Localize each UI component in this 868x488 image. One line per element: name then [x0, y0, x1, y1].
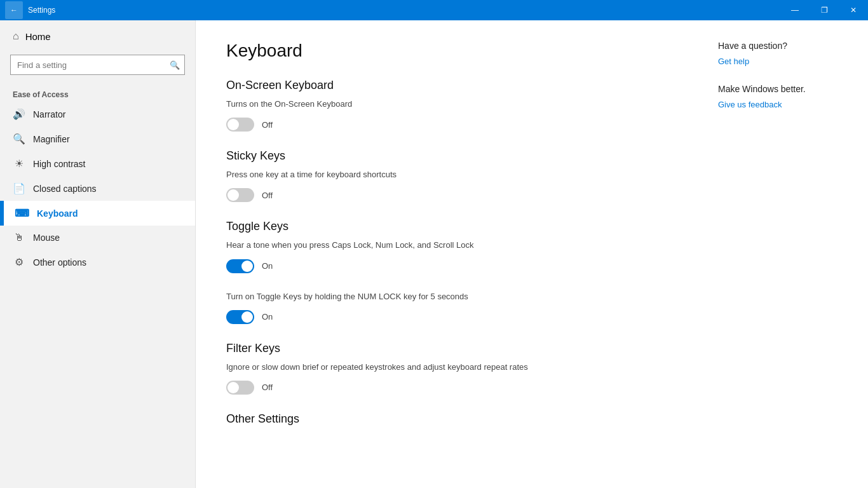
title-bar: ← Settings — ❐ ✕	[0, 0, 868, 20]
other-options-label: Other options	[33, 257, 86, 268]
filter-keys-section: Filter Keys Ignore or slow down brief or…	[226, 342, 672, 395]
toggle-keys-title: Toggle Keys	[226, 220, 672, 233]
sidebar-item-mouse[interactable]: 🖱 Mouse	[0, 226, 195, 250]
sidebar-section-label: Ease of Access	[0, 85, 195, 102]
on-screen-keyboard-section: On-Screen Keyboard Turns on the On-Scree…	[226, 79, 672, 132]
on-screen-keyboard-toggle[interactable]	[226, 118, 254, 132]
narrator-label: Narrator	[33, 109, 65, 119]
magnifier-icon: 🔍	[13, 133, 25, 145]
filter-keys-toggle[interactable]	[226, 381, 254, 395]
title-bar-left: ← Settings	[5, 1, 55, 19]
help-section: Have a question? Get help	[718, 41, 853, 66]
app-title: Settings	[28, 6, 55, 15]
search-icon: 🔍	[170, 60, 180, 70]
home-label: Home	[25, 31, 51, 42]
sticky-keys-toggle-row: Off	[226, 188, 672, 202]
give-feedback-link[interactable]: Give us feedback	[718, 100, 782, 109]
toggle-keys-toggle-1[interactable]	[226, 259, 254, 273]
filter-keys-desc: Ignore or slow down brief or repeated ke…	[226, 362, 672, 373]
on-screen-keyboard-desc: Turns on the On-Screen Keyboard	[226, 98, 672, 110]
right-panel: Have a question? Get help Make Windows b…	[703, 20, 868, 488]
sidebar-item-narrator[interactable]: 🔊 Narrator	[0, 102, 195, 126]
toggle-keys-section: Toggle Keys Hear a tone when you press C…	[226, 220, 672, 323]
toggle-keys-toggle-2[interactable]	[226, 310, 254, 324]
on-screen-keyboard-toggle-thumb	[227, 119, 239, 130]
toggle-keys-toggle-thumb-2	[241, 311, 253, 323]
narrator-icon: 🔊	[13, 108, 25, 120]
magnifier-label: Magnifier	[33, 134, 70, 144]
sidebar: ⌂ Home 🔍 Ease of Access 🔊 Narrator 🔍 Mag…	[0, 20, 196, 488]
on-screen-keyboard-title: On-Screen Keyboard	[226, 79, 672, 92]
on-screen-keyboard-toggle-label: Off	[262, 120, 273, 130]
closed-captions-label: Closed captions	[33, 184, 97, 194]
sidebar-item-high-contrast[interactable]: ☀ High contrast	[0, 151, 195, 176]
back-icon: ←	[10, 6, 18, 15]
sidebar-home[interactable]: ⌂ Home	[0, 20, 195, 52]
closed-captions-icon: 📄	[13, 182, 25, 194]
high-contrast-icon: ☀	[13, 158, 25, 170]
toggle-keys-toggle-label-2: On	[262, 312, 273, 322]
keyboard-icon: ⌨	[15, 207, 29, 219]
sidebar-search-container: 🔍	[10, 55, 185, 75]
home-icon: ⌂	[13, 30, 19, 42]
sticky-keys-toggle[interactable]	[226, 188, 254, 202]
other-options-icon: ⚙	[13, 256, 25, 268]
main-content: Keyboard On-Screen Keyboard Turns on the…	[196, 20, 703, 488]
feedback-section: Make Windows better. Give us feedback	[718, 84, 853, 109]
on-screen-keyboard-toggle-row: Off	[226, 118, 672, 132]
page-title: Keyboard	[226, 41, 672, 61]
search-input[interactable]	[10, 55, 185, 75]
app-body: ⌂ Home 🔍 Ease of Access 🔊 Narrator 🔍 Mag…	[0, 20, 868, 488]
mouse-label: Mouse	[33, 233, 60, 243]
filter-keys-toggle-label: Off	[262, 383, 273, 392]
sticky-keys-title: Sticky Keys	[226, 149, 672, 163]
high-contrast-label: High contrast	[33, 159, 85, 169]
toggle-keys-toggle-thumb-1	[241, 261, 253, 272]
get-help-link[interactable]: Get help	[718, 57, 749, 66]
toggle-keys-toggle-label-1: On	[262, 261, 273, 271]
other-settings-title: Other Settings	[226, 412, 672, 426]
keyboard-label: Keyboard	[37, 208, 78, 219]
toggle-keys-toggle-row-2: On	[226, 310, 672, 324]
make-windows-title: Make Windows better.	[718, 84, 853, 94]
filter-keys-toggle-row: Off	[226, 381, 672, 395]
close-button[interactable]: ✕	[839, 0, 868, 20]
mouse-icon: 🖱	[13, 232, 25, 243]
sticky-keys-desc: Press one key at a time for keyboard sho…	[226, 169, 672, 180]
help-title: Have a question?	[718, 41, 853, 51]
sticky-keys-section: Sticky Keys Press one key at a time for …	[226, 149, 672, 202]
sidebar-item-magnifier[interactable]: 🔍 Magnifier	[0, 126, 195, 151]
sticky-keys-toggle-thumb	[227, 189, 239, 201]
sidebar-item-closed-captions[interactable]: 📄 Closed captions	[0, 176, 195, 201]
toggle-keys-desc-2: Turn on Toggle Keys by holding the NUM L…	[226, 291, 672, 302]
toggle-keys-desc-1: Hear a tone when you press Caps Lock, Nu…	[226, 240, 672, 251]
window-controls: — ❐ ✕	[780, 0, 868, 20]
minimize-button[interactable]: —	[780, 0, 810, 20]
sticky-keys-toggle-label: Off	[262, 191, 273, 200]
back-button[interactable]: ←	[5, 1, 23, 19]
sidebar-item-keyboard[interactable]: ⌨ Keyboard	[0, 201, 195, 226]
filter-keys-toggle-thumb	[227, 382, 239, 393]
other-settings-section: Other Settings	[226, 412, 672, 426]
maximize-button[interactable]: ❐	[810, 0, 839, 20]
sidebar-item-other-options[interactable]: ⚙ Other options	[0, 250, 195, 274]
filter-keys-title: Filter Keys	[226, 342, 672, 355]
toggle-keys-toggle-row-1: On	[226, 259, 672, 273]
